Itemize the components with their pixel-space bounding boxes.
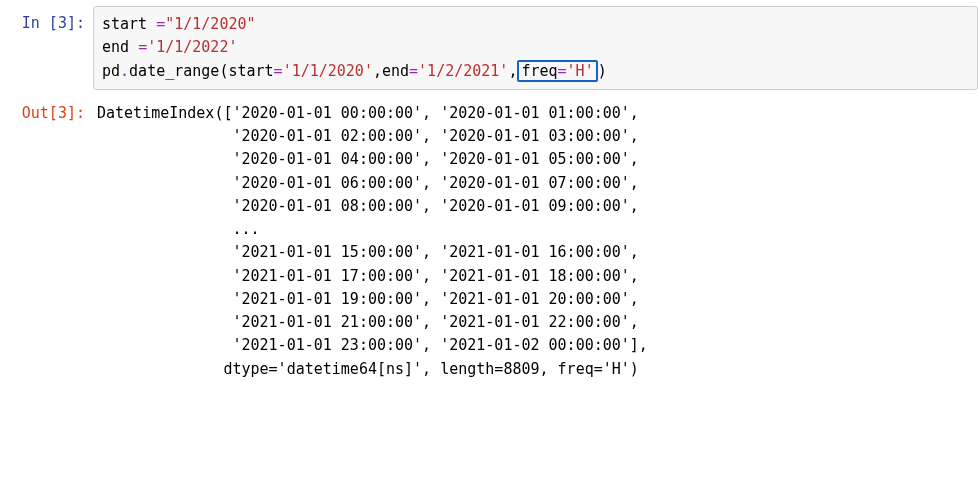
code-token: pd [102,62,120,80]
in-prompt: In [3]: [0,6,93,41]
output-line: '2021-01-01 21:00:00', '2021-01-01 22:00… [97,313,639,331]
output-cell: Out[3]: DatetimeIndex(['2020-01-01 00:00… [0,96,978,387]
code-token: = [138,38,147,56]
output-line: '2020-01-01 08:00:00', '2020-01-01 09:00… [97,197,639,215]
code-token: end [382,62,409,80]
code-token: = [156,15,165,33]
output-line: dtype='datetime64[ns]', length=8809, fre… [97,360,639,378]
code-token: freq [521,62,557,80]
code-string: '1/1/2020' [283,62,373,80]
code-token: . [120,62,129,80]
output-line: '2021-01-01 19:00:00', '2021-01-01 20:00… [97,290,639,308]
output-line: DatetimeIndex(['2020-01-01 00:00:00', '2… [97,104,639,122]
code-input-area[interactable]: start ="1/1/2020" end ='1/1/2022' pd.dat… [93,6,978,90]
code-token: ) [598,62,607,80]
code-output-area: DatetimeIndex(['2020-01-01 00:00:00', '2… [93,96,978,387]
code-token: = [274,62,283,80]
output-line: '2021-01-01 15:00:00', '2021-01-01 16:00… [97,243,639,261]
code-token: , [508,62,517,80]
output-line: '2021-01-01 17:00:00', '2021-01-01 18:00… [97,267,639,285]
freq-highlight: freq='H' [517,60,597,82]
code-token: start [102,15,156,33]
output-line: '2020-01-01 06:00:00', '2020-01-01 07:00… [97,174,639,192]
out-prompt: Out[3]: [0,96,93,131]
input-cell: In [3]: start ="1/1/2020" end ='1/1/2022… [0,6,978,90]
code-string: '1/1/2022' [147,38,237,56]
output-line: '2020-01-01 02:00:00', '2020-01-01 03:00… [97,127,639,145]
output-line: ... [97,220,260,238]
code-token: end [102,38,138,56]
code-token: = [409,62,418,80]
output-line: '2021-01-01 23:00:00', '2021-01-02 00:00… [97,336,648,354]
code-string: 'H' [567,62,594,80]
code-token: date_range [129,62,219,80]
code-token: = [558,62,567,80]
code-string: "1/1/2020" [165,15,255,33]
code-token: start [228,62,273,80]
code-token: , [373,62,382,80]
code-string: '1/2/2021' [418,62,508,80]
output-line: '2020-01-01 04:00:00', '2020-01-01 05:00… [97,150,639,168]
